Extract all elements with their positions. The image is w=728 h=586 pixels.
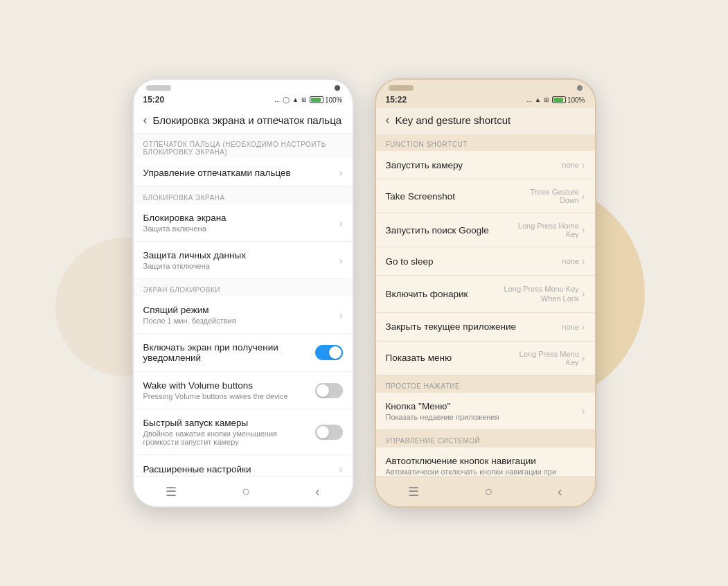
left-item-manage-fingerprints-title: Управление отпечатками пальцев <box>143 168 339 178</box>
left-toggle-wake-thumb <box>329 346 341 359</box>
left-item-wake-notifications-title: Включать экран при получении уведомлений <box>143 342 315 363</box>
right-item-launch-camera-content: Запустить камеру <box>386 160 562 170</box>
right-phone: 15:22 ... ▲ ⊞ 100% ‹ Key and gesture sho… <box>375 78 596 508</box>
left-circle-icon: ◯ <box>283 96 290 103</box>
left-toggle-wake-volume-thumb <box>317 384 329 397</box>
right-item-show-menu-title: Показать меню <box>386 353 510 363</box>
left-item-private-data-chevron: › <box>339 255 343 266</box>
right-battery-icon: 100% <box>552 96 585 104</box>
right-speaker <box>389 85 414 91</box>
right-item-menu-button-content: Кнопка "Меню" Показать недавние приложен… <box>386 401 582 421</box>
left-item-screen-lock-chevron: › <box>339 217 343 229</box>
right-item-menu-button-subtitle: Показать недавние приложения <box>386 413 582 421</box>
right-item-show-menu[interactable]: Показать меню Long Press Menu Key › <box>376 341 595 375</box>
left-nav-home[interactable]: ○ <box>242 483 250 499</box>
right-item-show-menu-chevron: › <box>582 353 585 364</box>
left-toggle-wake-volume[interactable] <box>315 383 343 398</box>
right-item-flashlight[interactable]: Включить фонарик Long Press Menu Key Whe… <box>376 276 595 313</box>
left-item-private-data-content: Защита личных данных Защита отключена <box>143 250 339 270</box>
right-wifi-icon: ▲ <box>535 96 541 103</box>
right-item-google-search[interactable]: Запустить поиск Google Long Press Home K… <box>376 213 595 247</box>
left-signal-icon: ... <box>274 96 280 103</box>
left-back-button[interactable]: ‹ <box>143 113 148 127</box>
left-item-advanced-chevron: › <box>339 463 343 474</box>
left-item-private-data[interactable]: Защита личных данных Защита отключена › <box>134 242 353 279</box>
left-screen-content: ОТПЕЧАТОК ПАЛЬЦА (НЕОБХОДИМО НАСТРОИТЬ Б… <box>134 134 353 476</box>
right-camera <box>577 85 583 91</box>
right-nav-home[interactable]: ○ <box>484 483 492 499</box>
right-item-launch-camera-right: none › <box>562 159 585 170</box>
left-item-screen-lock-content: Блокировка экрана Защита включена <box>143 213 339 233</box>
left-item-private-data-subtitle: Защита отключена <box>143 262 339 270</box>
left-battery-body <box>310 96 323 103</box>
left-item-sleep-mode-chevron: › <box>339 310 343 321</box>
left-item-quick-camera[interactable]: Быстрый запуск камеры Двойное нажатие кн… <box>134 409 353 455</box>
right-nav-menu[interactable]: ☰ <box>408 484 419 499</box>
left-item-screen-lock[interactable]: Блокировка экрана Защита включена › <box>134 204 353 242</box>
left-time: 15:20 <box>143 95 165 105</box>
right-item-nav-auto-off[interactable]: Автоотключение кнопок навигации Автомати… <box>376 447 595 476</box>
right-item-close-app-title: Закрыть текущее приложение <box>386 321 562 332</box>
right-item-flashlight-title: Включить фонарик <box>386 289 503 299</box>
right-item-take-screenshot-value: Three Gesture Down <box>510 188 579 204</box>
left-item-wake-volume-subtitle: Pressing Volume buttons wakes the device <box>143 392 315 400</box>
right-battery-fill <box>553 98 563 102</box>
left-item-sleep-mode-title: Спящий режим <box>143 305 339 315</box>
right-item-launch-camera-title: Запустить камеру <box>386 160 562 170</box>
left-item-quick-camera-content: Быстрый запуск камеры Двойное нажатие кн… <box>143 418 315 446</box>
right-item-launch-camera[interactable]: Запустить камеру none › <box>376 151 595 179</box>
left-item-wake-notifications[interactable]: Включать экран при получении уведомлений <box>134 334 353 372</box>
left-toggle-wake-notifications[interactable] <box>315 345 343 360</box>
right-item-menu-button-title: Кнопка "Меню" <box>386 401 582 411</box>
left-item-private-data-title: Защита личных данных <box>143 250 339 260</box>
right-item-go-sleep-chevron: › <box>582 256 585 267</box>
right-item-show-menu-content: Показать меню <box>386 353 510 363</box>
left-item-wake-volume[interactable]: Wake with Volume buttons Pressing Volume… <box>134 372 353 409</box>
left-section-lock-settings-header: ЭКРАН БЛОКИРОВКИ <box>134 279 353 296</box>
right-section-simple-header: ПРОСТОЕ НАЖАТИЕ <box>376 375 595 393</box>
left-speaker <box>146 85 171 91</box>
right-item-menu-button[interactable]: Кнопка "Меню" Показать недавние приложен… <box>376 393 595 430</box>
right-item-go-sleep-content: Go to sleep <box>386 256 562 267</box>
right-status-icons: ... ▲ ⊞ 100% <box>526 96 585 104</box>
left-status-bar: 15:20 ... ◯ ▲ ⊞ 100% <box>134 94 353 107</box>
right-item-google-search-value: Long Press Home Key <box>510 222 579 238</box>
right-section-function-header: FUNCTION SHORTCUT <box>376 134 595 151</box>
left-wifi-icon: ▲ <box>292 96 299 103</box>
right-item-launch-camera-value: none <box>562 161 578 169</box>
left-battery-label: 100% <box>325 96 343 104</box>
left-item-sleep-mode-subtitle: После 1 мин. бездействия <box>143 317 339 325</box>
right-item-google-search-title: Запустить поиск Google <box>386 225 510 236</box>
right-item-take-screenshot-chevron: › <box>582 190 585 202</box>
left-nav-back[interactable]: ‹ <box>315 483 320 499</box>
left-nav-menu[interactable]: ☰ <box>166 484 177 499</box>
left-page-title: Блокировка экрана и отпечаток пальца <box>153 114 342 126</box>
left-item-sleep-mode-content: Спящий режим После 1 мин. бездействия <box>143 305 339 325</box>
left-item-advanced[interactable]: Расширенные настройки › <box>134 455 353 476</box>
right-item-go-sleep[interactable]: Go to sleep none › <box>376 247 595 276</box>
right-bluetooth-icon: ⊞ <box>544 96 549 103</box>
right-signal-icon: ... <box>526 96 532 103</box>
left-bluetooth-icon: ⊞ <box>301 96 307 103</box>
right-item-take-screenshot[interactable]: Take Screenshot Three Gesture Down › <box>376 179 595 213</box>
right-phone-top-bar <box>376 80 595 94</box>
right-item-launch-camera-chevron: › <box>582 159 585 170</box>
left-item-quick-camera-subtitle: Двойное нажатие кнопки уменьшения громко… <box>143 429 315 446</box>
right-app-header: ‹ Key and gesture shortcut <box>376 107 595 134</box>
left-section-fingerprint-header: ОТПЕЧАТОК ПАЛЬЦА (НЕОБХОДИМО НАСТРОИТЬ Б… <box>134 134 353 159</box>
left-camera <box>335 85 340 91</box>
left-status-icons: ... ◯ ▲ ⊞ 100% <box>274 96 342 104</box>
right-item-show-menu-value: Long Press Menu Key <box>510 350 579 366</box>
left-item-sleep-mode[interactable]: Спящий режим После 1 мин. бездействия › <box>134 296 353 334</box>
right-page-title: Key and gesture shortcut <box>396 114 511 126</box>
left-item-screen-lock-subtitle: Защита включена <box>143 224 339 233</box>
right-item-close-app-chevron: › <box>582 321 585 332</box>
right-nav-back[interactable]: ‹ <box>558 483 562 499</box>
right-item-menu-button-chevron: › <box>582 405 585 416</box>
left-toggle-quick-camera[interactable] <box>315 425 343 440</box>
right-back-button[interactable]: ‹ <box>386 113 390 127</box>
left-item-manage-fingerprints[interactable]: Управление отпечатками пальцев › <box>134 159 353 187</box>
right-item-flashlight-right: Long Press Menu Key When Lock › <box>503 284 585 304</box>
right-item-close-app[interactable]: Закрыть текущее приложение none › <box>376 313 595 341</box>
right-item-show-menu-right: Long Press Menu Key › <box>510 350 585 366</box>
